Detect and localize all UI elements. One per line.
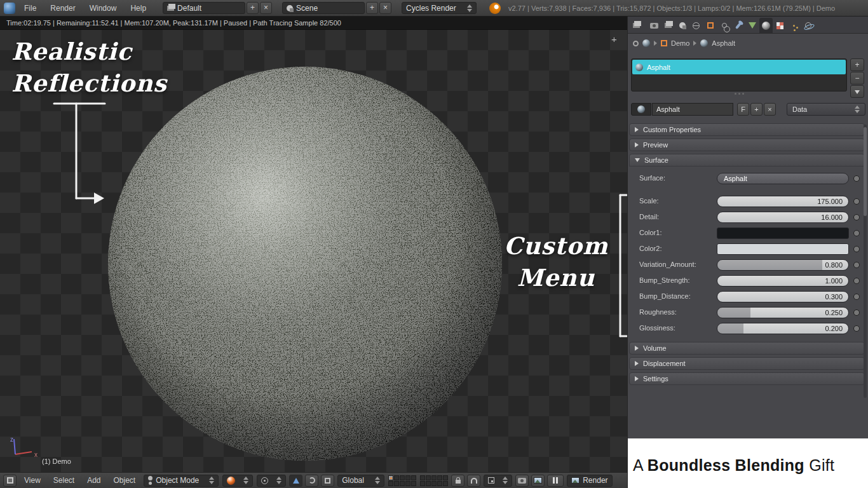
tab-object-data[interactable] [745, 18, 759, 33]
tab-particles[interactable] [787, 18, 801, 33]
color2-swatch[interactable] [717, 243, 849, 255]
glossiness-slider[interactable]: 0.200 [717, 323, 849, 334]
close-layout-button[interactable]: × [260, 2, 272, 14]
layer-cell[interactable] [437, 475, 442, 480]
layer-cell[interactable] [411, 481, 416, 486]
tab-object[interactable] [703, 18, 717, 33]
add-material-slot-button[interactable]: + [850, 58, 864, 71]
menu-select[interactable]: Select [48, 476, 80, 485]
scale-slider[interactable]: 175.000 [717, 196, 849, 207]
pause-render-button[interactable] [547, 475, 564, 487]
panel-surface[interactable]: Surface [629, 154, 865, 166]
detail-slider[interactable]: 16.000 [717, 212, 849, 223]
panel-preview[interactable]: Preview [629, 139, 865, 151]
layer-cell[interactable] [437, 481, 442, 486]
viewport-3d[interactable]: Realistic Reflections Custom Menu + [0, 30, 627, 472]
surface-shader-menu[interactable]: Asphalt [717, 173, 849, 184]
bump-strength-slider[interactable]: 1.000 [717, 275, 849, 287]
layer-cell[interactable] [426, 481, 431, 486]
screen-layout-field[interactable]: Default [163, 2, 245, 14]
unlink-material-button[interactable]: × [764, 103, 776, 116]
fake-user-button[interactable]: F [737, 103, 749, 116]
add-scene-button[interactable]: + [366, 2, 378, 14]
manipulator-scale-button[interactable] [321, 475, 334, 487]
material-specials-menu-button[interactable] [850, 85, 864, 98]
properties-scrollbar[interactable] [864, 125, 867, 398]
render-engine-dropdown[interactable]: Cycles Render [402, 2, 477, 14]
layer-cell[interactable] [400, 475, 405, 480]
layer-cell[interactable] [388, 475, 393, 480]
panel-displacement[interactable]: Displacement [629, 357, 865, 370]
menu-help[interactable]: Help [124, 2, 153, 15]
tab-scene[interactable] [675, 18, 689, 33]
close-scene-button[interactable]: × [379, 2, 391, 14]
panel-custom-properties[interactable]: Custom Properties [629, 123, 865, 136]
manipulator-rotate-button[interactable] [305, 475, 318, 487]
panel-volume[interactable]: Volume [629, 342, 865, 355]
snap-element-dropdown[interactable] [484, 475, 512, 487]
editor-type-selector-icon[interactable] [4, 3, 15, 14]
roughness-slider[interactable]: 0.250 [717, 307, 849, 318]
menu-render[interactable]: Render [44, 2, 81, 15]
layer-cell[interactable] [420, 481, 425, 486]
layer-cell[interactable] [420, 475, 425, 480]
layer-cell[interactable] [426, 475, 431, 480]
layer-cell[interactable] [431, 475, 437, 480]
material-slot-selected[interactable]: Asphalt [632, 60, 846, 74]
add-layout-button[interactable]: + [247, 2, 259, 14]
material-slot-list[interactable]: Asphalt [631, 58, 847, 92]
editor-type-properties-button[interactable] [630, 18, 643, 33]
material-name-field[interactable]: Asphalt [652, 103, 733, 116]
color1-swatch[interactable] [717, 227, 849, 239]
layer-cell[interactable] [394, 475, 399, 480]
tab-render[interactable] [648, 18, 661, 33]
layer-cell[interactable] [411, 475, 416, 480]
breadcrumb-object[interactable]: Demo [671, 39, 689, 47]
editor-type-3dview-button[interactable] [3, 475, 17, 487]
pin-icon[interactable] [633, 41, 639, 46]
bump-distance-slider[interactable]: 0.300 [717, 291, 849, 302]
layer-grid-1[interactable] [388, 475, 416, 486]
layer-cell[interactable] [405, 481, 410, 486]
link-data-dropdown[interactable]: Data [787, 103, 865, 116]
pivot-point-dropdown[interactable] [257, 475, 286, 487]
tab-constraints[interactable] [717, 18, 731, 33]
transform-orientation-dropdown[interactable]: Global [337, 475, 384, 487]
layer-grid-2[interactable] [420, 475, 448, 486]
manipulator-translate-button[interactable] [289, 475, 302, 487]
region-expand-icon[interactable]: + [611, 34, 617, 44]
menu-view[interactable]: View [18, 476, 46, 485]
render-button[interactable]: Render [567, 475, 612, 487]
viewport-shading-dropdown[interactable] [222, 475, 253, 487]
interaction-mode-dropdown[interactable]: Object Mode [144, 475, 219, 487]
layer-cell[interactable] [431, 481, 437, 486]
layer-cell[interactable] [394, 481, 399, 486]
menu-file[interactable]: File [18, 2, 43, 15]
remove-material-slot-button[interactable]: − [850, 72, 864, 85]
variation-amount-slider[interactable]: 0.800 [717, 259, 849, 271]
menu-object[interactable]: Object [108, 476, 142, 485]
tab-material[interactable] [759, 18, 773, 33]
panel-settings[interactable]: Settings [629, 372, 865, 385]
menu-add[interactable]: Add [81, 476, 106, 485]
layer-cell[interactable] [400, 481, 405, 486]
layer-cell[interactable] [443, 475, 448, 480]
tab-modifiers[interactable] [731, 18, 745, 33]
new-material-button[interactable]: + [750, 103, 763, 116]
snap-toggle-button[interactable] [467, 475, 480, 487]
tab-render-layers[interactable] [661, 18, 675, 33]
menu-window[interactable]: Window [83, 2, 123, 15]
lock-to-scene-button[interactable] [451, 475, 465, 487]
layer-cell[interactable] [388, 481, 393, 486]
layer-cell[interactable] [443, 481, 448, 486]
opengl-render-anim-button[interactable] [531, 475, 545, 487]
browse-material-button[interactable] [631, 103, 651, 116]
tab-texture[interactable] [773, 18, 787, 33]
tab-physics[interactable] [801, 18, 815, 33]
scene-field[interactable]: Scene [282, 2, 365, 14]
breadcrumb-material[interactable]: Asphalt [712, 39, 735, 47]
layer-cell[interactable] [405, 475, 410, 480]
list-resize-grip[interactable] [729, 93, 749, 97]
opengl-render-button[interactable] [515, 475, 529, 487]
tab-world[interactable] [689, 18, 703, 33]
